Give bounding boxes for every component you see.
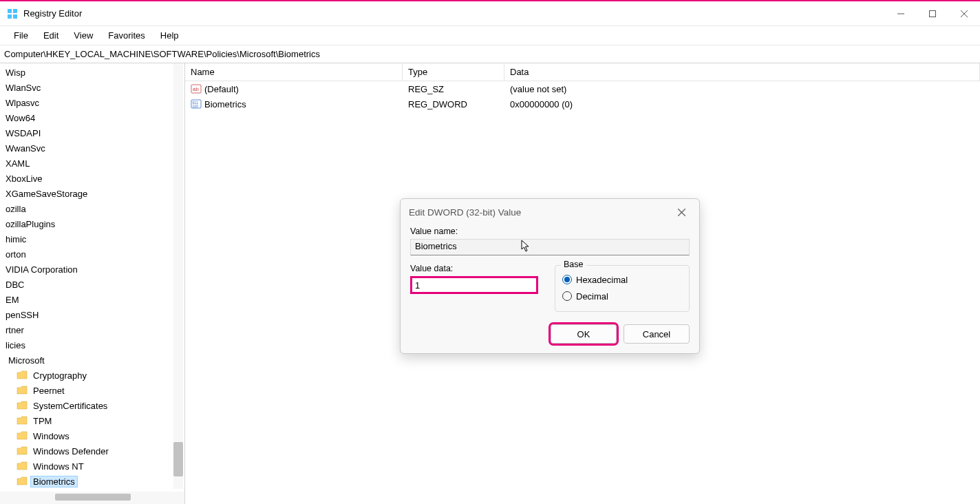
titlebar: Registry Editor	[0, 1, 980, 26]
tree-item[interactable]: XboxLive	[0, 171, 184, 186]
close-button[interactable]	[948, 1, 980, 26]
list-header: Name Type Data	[185, 63, 980, 81]
tree-item[interactable]: rtner	[0, 322, 184, 337]
tree-item[interactable]: TPM	[0, 413, 184, 428]
tree-item[interactable]: Wow64	[0, 110, 184, 125]
cancel-button[interactable]: Cancel	[624, 324, 690, 344]
tree-item-label: Biometrics	[30, 476, 78, 487]
tree-item-label: ozilla	[3, 204, 29, 214]
value-type: REG_DWORD	[403, 99, 504, 109]
tree-item[interactable]: WlanSvc	[0, 80, 184, 95]
tree-item[interactable]: WwanSvc	[0, 140, 184, 156]
tree-item[interactable]: Cryptography	[0, 368, 184, 383]
column-name[interactable]: Name	[185, 63, 403, 81]
column-data[interactable]: Data	[504, 63, 980, 81]
tree-item-label: Wow64	[3, 113, 38, 123]
cursor-icon	[521, 240, 532, 253]
tree-item[interactable]: VIDIA Corporation	[0, 262, 184, 277]
tree-pane: WispWlanSvcWlpasvcWow64WSDAPIWwanSvcXAML…	[0, 63, 185, 504]
svg-line-13	[678, 209, 685, 216]
tree-item[interactable]: Windows	[0, 428, 184, 443]
tree-item-label: himic	[3, 234, 29, 244]
address-text: Computer\HKEY_LOCAL_MACHINE\SOFTWARE\Pol…	[4, 49, 320, 59]
menu-edit[interactable]: Edit	[36, 28, 65, 43]
tree-item[interactable]: himic	[0, 231, 184, 246]
tree-item-label: penSSH	[3, 310, 41, 320]
regedit-icon	[7, 8, 18, 19]
tree-vertical-scrollbar[interactable]	[173, 63, 183, 489]
window-title: Registry Editor	[23, 8, 885, 19]
tree-item[interactable]: licies	[0, 337, 184, 353]
dialog-close-button[interactable]	[672, 202, 691, 222]
tree-item[interactable]: penSSH	[0, 307, 184, 322]
tree-item-label: Windows	[30, 431, 72, 441]
tree-item[interactable]: WSDAPI	[0, 125, 184, 140]
radio-hexadecimal[interactable]: Hexadecimal	[562, 271, 682, 288]
menu-help[interactable]: Help	[153, 28, 186, 43]
menu-view[interactable]: View	[67, 28, 100, 43]
tree-item-label: Microsoft	[6, 355, 47, 366]
tree-item-label: orton	[3, 249, 29, 260]
base-legend: Base	[561, 260, 586, 269]
tree-item[interactable]: Biometrics	[0, 474, 184, 489]
tree-item[interactable]: XAML	[0, 156, 184, 171]
scrollbar-thumb[interactable]	[55, 494, 131, 501]
tree-item[interactable]: SystemCertificates	[0, 398, 184, 413]
folder-icon	[17, 401, 28, 410]
tree-item[interactable]: XGameSaveStorage	[0, 186, 184, 201]
tree-item[interactable]: Windows Defender	[0, 443, 184, 459]
tree-item-label: SystemCertificates	[30, 401, 110, 411]
value-data-label: Value data:	[410, 264, 538, 273]
svg-rect-5	[930, 10, 936, 17]
tree-item[interactable]: EM	[0, 292, 184, 307]
tree-item-label: Windows Defender	[30, 446, 111, 456]
address-bar[interactable]: Computer\HKEY_LOCAL_MACHINE\SOFTWARE\Pol…	[0, 45, 980, 63]
tree-item[interactable]: ozillaPlugins	[0, 216, 184, 231]
tree-item[interactable]: Wlpasvc	[0, 95, 184, 110]
value-name: (Default)	[204, 84, 239, 94]
folder-icon	[17, 416, 28, 426]
tree-item[interactable]: Microsoft	[0, 353, 184, 368]
radio-decimal[interactable]: Decimal	[562, 288, 682, 304]
tree-item-label: Cryptography	[30, 370, 89, 381]
tree-item[interactable]: ozilla	[0, 201, 184, 216]
menu-favorites[interactable]: Favorites	[101, 28, 151, 43]
tree-item[interactable]: DBC	[0, 277, 184, 292]
tree-item[interactable]: Windows NT	[0, 459, 184, 474]
tree-item-label: WSDAPI	[3, 128, 43, 138]
tree-item-label: VIDIA Corporation	[3, 264, 81, 275]
value-name: Biometrics	[204, 99, 246, 109]
tree-item-label: WwanSvc	[3, 143, 48, 154]
radio-icon	[562, 275, 572, 284]
scrollbar-thumb[interactable]	[173, 442, 183, 476]
column-type[interactable]: Type	[403, 63, 504, 81]
value-name-label: Value name:	[410, 227, 690, 236]
value-data: 0x00000000 (0)	[504, 99, 980, 109]
tree-item-label: TPM	[30, 416, 54, 426]
radio-icon	[562, 291, 572, 301]
tree-item-label: XAML	[3, 158, 32, 169]
list-row[interactable]: ab(Default)REG_SZ(value not set)	[185, 81, 980, 96]
menu-file[interactable]: File	[7, 28, 35, 43]
ok-button[interactable]: OK	[551, 324, 617, 344]
value-type: REG_SZ	[403, 84, 504, 94]
svg-text:110: 110	[193, 104, 199, 108]
value-data-input[interactable]: 1	[410, 276, 538, 294]
tree-horizontal-scrollbar[interactable]	[0, 492, 184, 504]
tree-item-label: rtner	[3, 325, 27, 335]
tree-item[interactable]: Wisp	[0, 65, 184, 80]
minimize-button[interactable]	[885, 1, 917, 26]
value-data: (value not set)	[504, 84, 980, 94]
svg-rect-1	[13, 9, 17, 13]
tree-item-label: WlanSvc	[3, 83, 43, 93]
tree-item-label: Windows NT	[30, 461, 87, 472]
edit-dword-dialog: Edit DWORD (32-bit) Value Value name: Bi…	[400, 198, 700, 354]
tree-item-label: DBC	[3, 280, 27, 290]
tree-item-label: licies	[3, 340, 28, 350]
maximize-button[interactable]	[917, 1, 948, 26]
tree-item[interactable]: Peernet	[0, 383, 184, 398]
tree-item[interactable]: orton	[0, 246, 184, 262]
folder-icon	[17, 386, 28, 395]
reg-sz-icon: ab	[191, 83, 202, 94]
list-row[interactable]: 011110BiometricsREG_DWORD0x00000000 (0)	[185, 96, 980, 112]
